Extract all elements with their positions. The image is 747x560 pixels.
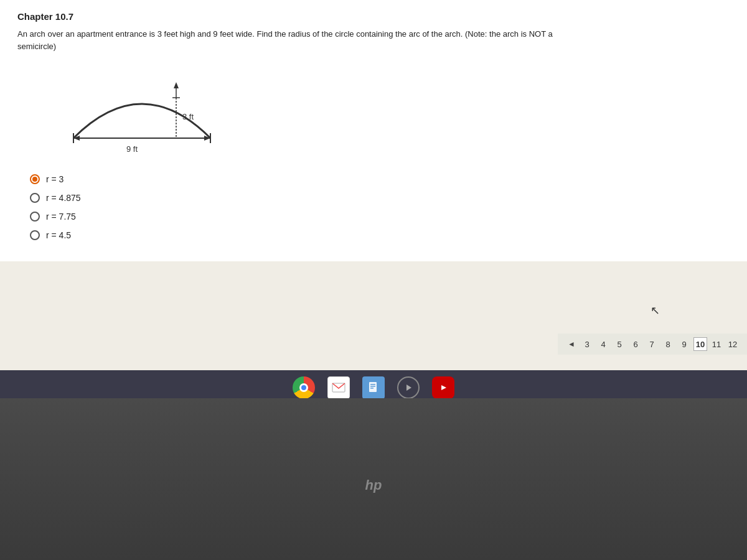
page-5[interactable]: 5 [613, 337, 626, 351]
page-7[interactable]: 7 [645, 337, 659, 351]
page-6[interactable]: 6 [629, 337, 642, 351]
choice-b-label: r = 4.875 [46, 193, 81, 203]
chapter-title: Chapter 10.7 [17, 11, 730, 22]
page-11[interactable]: 11 [710, 337, 723, 351]
pagination-bar: ◄ 3 4 5 6 7 8 9 10 11 12 [558, 334, 747, 355]
radio-a[interactable] [30, 174, 40, 184]
choice-d[interactable]: r = 4.5 [30, 230, 730, 240]
diagram-container: 3 ft 9 ft [55, 63, 229, 163]
choice-a-label: r = 3 [46, 174, 63, 184]
page-12[interactable]: 12 [726, 337, 740, 351]
play-icon[interactable] [397, 376, 420, 399]
choice-b[interactable]: r = 4.875 [30, 193, 730, 203]
mail-svg [332, 383, 345, 393]
page-4[interactable]: 4 [596, 337, 610, 351]
youtube-svg [437, 383, 449, 392]
svg-rect-15 [370, 386, 375, 387]
play-svg [404, 383, 413, 392]
cursor: ↖ [651, 304, 660, 317]
svg-text:9 ft: 9 ft [126, 144, 138, 154]
problem-text: An arch over an apartment entrance is 3 … [17, 28, 578, 52]
youtube-icon[interactable] [432, 376, 454, 399]
radio-c[interactable] [30, 212, 40, 222]
white-panel: Chapter 10.7 An arch over an apartment e… [0, 0, 747, 261]
browser-content: Chapter 10.7 An arch over an apartment e… [0, 0, 747, 404]
radio-b[interactable] [30, 193, 40, 203]
arch-diagram: 3 ft 9 ft [55, 63, 229, 163]
hp-logo: hp [365, 477, 382, 493]
radio-d[interactable] [30, 230, 40, 240]
svg-rect-16 [370, 388, 374, 389]
radio-a-inner [32, 177, 37, 182]
page-10[interactable]: 10 [693, 337, 707, 351]
svg-marker-8 [174, 82, 179, 88]
svg-rect-13 [369, 382, 377, 392]
page-8[interactable]: 8 [661, 337, 675, 351]
files-icon[interactable] [362, 376, 385, 399]
mail-icon[interactable] [327, 376, 350, 399]
svg-text:3 ft: 3 ft [182, 112, 194, 121]
files-svg [367, 381, 380, 394]
choice-c[interactable]: r = 7.75 [30, 212, 730, 222]
screen: Chapter 10.7 An arch over an apartment e… [0, 0, 747, 404]
svg-rect-14 [370, 384, 375, 385]
svg-marker-17 [406, 385, 411, 391]
choice-c-label: r = 7.75 [46, 212, 76, 222]
choice-a[interactable]: r = 3 [30, 174, 730, 184]
page-3[interactable]: 3 [580, 337, 594, 351]
laptop-body: hp [0, 398, 747, 560]
pagination-back[interactable]: ◄ [565, 338, 578, 350]
choice-d-label: r = 4.5 [46, 230, 71, 240]
choices-container: r = 3 r = 4.875 r = 7.75 r = 4.5 [30, 174, 730, 240]
page-9[interactable]: 9 [677, 337, 691, 351]
chrome-icon[interactable] [293, 376, 315, 399]
